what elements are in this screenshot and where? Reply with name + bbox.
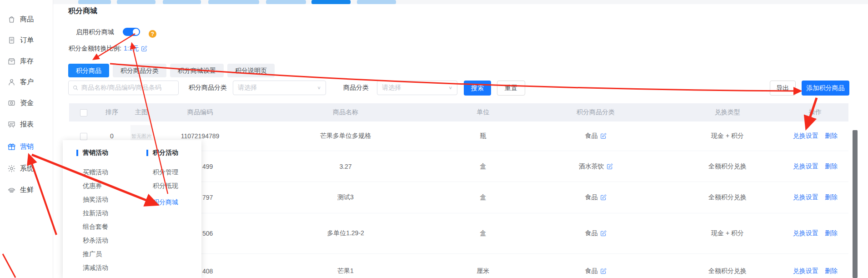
edit-icon[interactable] [600, 133, 607, 139]
delete-link[interactable]: 删除 [825, 229, 838, 238]
mini-tab[interactable] [117, 0, 156, 4]
sidebar-item-label: 资金 [20, 99, 34, 107]
inventory-icon [7, 57, 16, 66]
menu-item-promoter[interactable]: 推广员 [76, 250, 108, 259]
points-category-select[interactable]: 请选择 ∨ [233, 81, 326, 95]
edit-icon[interactable] [607, 163, 613, 170]
toggle-knob [133, 29, 139, 35]
goods-name: 测试3 [243, 193, 448, 202]
add-points-goods-button[interactable]: 添加积分商品 [802, 81, 849, 96]
export-button[interactable]: 导出 [770, 81, 796, 96]
exchange-type: 全额积分兑换 [673, 267, 782, 275]
sidebar-item-label: 系统 [20, 164, 34, 173]
search-input[interactable]: 商品名称/商品编码/商品条码 [68, 81, 179, 95]
menu-item-coupon[interactable]: 优惠券 [76, 182, 108, 191]
scrollbar-thumb[interactable] [853, 130, 858, 278]
col-header-category: 积分商品分类 [518, 108, 673, 116]
mini-tab[interactable] [208, 0, 259, 4]
sidebar-item-label: 生鲜 [20, 186, 34, 194]
marketing-flyout-menu: 营销活动 买赠活动 优惠券 抽奖活动 拉新活动 组合套餐 秒杀活动 推广员 满减… [63, 140, 201, 278]
mall-tabs: 积分商品 积分商品分类 积分商城设置 积分说明页 [68, 64, 275, 77]
points-mall-page: 商品 订单 库存 客户 资金 报表 营销 系统 [0, 0, 868, 278]
exchange-type: 现金 + 积分 [673, 229, 782, 238]
goods-unit: 盒 [448, 162, 518, 171]
chevron-down-icon: ∨ [448, 85, 452, 90]
exchange-type: 全额积分兑换 [673, 162, 782, 171]
goods-category: 食品 [585, 267, 598, 275]
menu-item-combo[interactable]: 组合套餐 [76, 223, 108, 232]
edit-icon[interactable] [600, 268, 607, 274]
menu-item-new-user[interactable]: 拉新活动 [76, 209, 108, 218]
sidebar: 商品 订单 库存 客户 资金 报表 营销 系统 [0, 0, 53, 278]
exchange-settings-link[interactable]: 兑换设置 [793, 229, 818, 238]
menu-item-points-manage[interactable]: 积分管理 [146, 168, 178, 177]
gear-icon [7, 164, 16, 173]
tab-points-goods[interactable]: 积分商品 [68, 64, 109, 77]
search-icon [72, 85, 79, 91]
goods-name: 芒果多单位多规格 [243, 132, 448, 140]
edit-icon[interactable] [600, 194, 607, 201]
enable-mall-toggle[interactable] [123, 28, 140, 36]
menu-item-points-mall[interactable]: 积分商城 [146, 198, 178, 207]
tab-points-goods-category[interactable]: 积分商品分类 [113, 64, 166, 77]
menu-item-buy-gift[interactable]: 买赠活动 [76, 168, 108, 177]
help-icon[interactable]: ? [149, 30, 156, 38]
sidebar-item-reports[interactable]: 报表 [7, 120, 34, 129]
goods-name: 芒果1 [243, 267, 448, 275]
fresh-food-icon [7, 186, 16, 194]
exchange-settings-link[interactable]: 兑换设置 [793, 193, 818, 202]
delete-link[interactable]: 删除 [825, 132, 838, 140]
tab-mall-settings[interactable]: 积分商城设置 [170, 64, 224, 77]
sidebar-item-system[interactable]: 系统 [7, 164, 34, 173]
goods-unit: 瓶 [448, 132, 518, 140]
search-placeholder: 商品名称/商品编码/商品条码 [81, 84, 161, 92]
bag-icon [7, 15, 16, 24]
menu-item-discount[interactable]: 满减活动 [76, 264, 108, 273]
delete-link[interactable]: 删除 [825, 267, 838, 275]
sidebar-item-label: 库存 [20, 57, 34, 66]
row-checkbox[interactable] [80, 133, 87, 140]
menu-group-marketing: 营销活动 买赠活动 优惠券 抽奖活动 拉新活动 组合套餐 秒杀活动 推广员 满减… [76, 148, 108, 278]
edit-icon[interactable] [600, 230, 607, 237]
goods-unit: 盒 [448, 229, 518, 238]
group-marker [146, 150, 148, 156]
mini-tab[interactable] [78, 0, 111, 4]
exchange-settings-link[interactable]: 兑换设置 [793, 162, 818, 171]
exchange-settings-link[interactable]: 兑换设置 [793, 132, 818, 140]
menu-item-points-deduction[interactable]: 积分抵现 [146, 182, 178, 191]
col-header-code: 商品编码 [157, 108, 243, 116]
mini-tab-active[interactable] [311, 0, 351, 4]
reset-button[interactable]: 重置 [497, 81, 525, 96]
menu-item-lottery[interactable]: 抽奖活动 [76, 196, 108, 205]
top-tab-strip [53, 0, 868, 4]
edit-icon[interactable] [141, 45, 147, 52]
sidebar-item-funds[interactable]: 资金 [7, 99, 34, 107]
ratio-value: 1:1元 [124, 45, 139, 53]
col-header-exchange-type: 兑换类型 [673, 108, 782, 116]
tab-points-instructions[interactable]: 积分说明页 [227, 64, 275, 77]
sidebar-item-marketing[interactable]: 营销 [7, 142, 34, 151]
col-header-actions: 操作 [782, 108, 848, 116]
mini-tab[interactable] [163, 0, 201, 4]
gift-icon [7, 142, 16, 151]
product-category-select[interactable]: 请选择 ∨ [377, 81, 457, 95]
exchange-type: 现金 + 积分 [673, 132, 782, 140]
sidebar-item-orders[interactable]: 订单 [7, 36, 34, 45]
menu-item-flash-sale[interactable]: 秒杀活动 [76, 237, 108, 246]
menu-group-title: 积分活动 [153, 149, 178, 157]
col-header-sort: 排序 [98, 108, 126, 116]
sidebar-item-label: 营销 [20, 142, 34, 151]
delete-link[interactable]: 删除 [825, 162, 838, 171]
sort-value: 0 [98, 132, 126, 140]
table-header-row: 排序 主图 商品编码 商品名称 单位 积分商品分类 兑换类型 操作 [69, 103, 848, 121]
sidebar-item-fresh[interactable]: 生鲜 [7, 186, 34, 194]
mini-tab[interactable] [357, 0, 396, 4]
delete-link[interactable]: 删除 [825, 193, 838, 202]
search-button[interactable]: 搜索 [464, 81, 491, 96]
sidebar-item-goods[interactable]: 商品 [7, 15, 34, 24]
select-all-checkbox[interactable] [80, 109, 87, 116]
sidebar-item-inventory[interactable]: 库存 [7, 57, 34, 66]
mini-tab[interactable] [266, 0, 306, 4]
exchange-settings-link[interactable]: 兑换设置 [793, 267, 818, 275]
col-header-unit: 单位 [448, 108, 518, 116]
